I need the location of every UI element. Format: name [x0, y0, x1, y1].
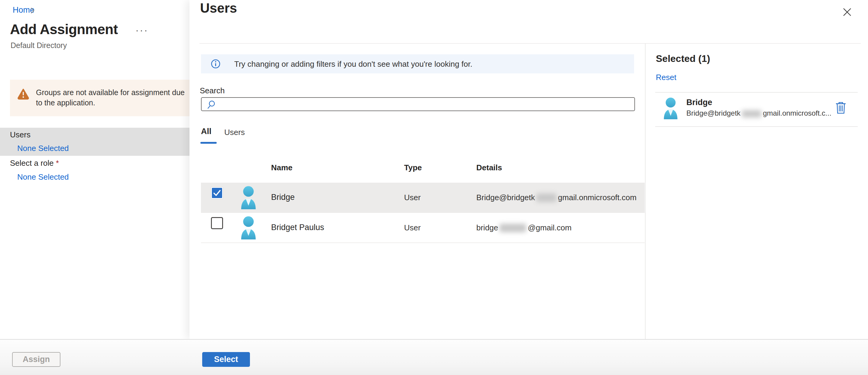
column-header-name: Name	[271, 163, 292, 172]
warning-triangle-icon	[17, 89, 29, 101]
email-prefix: Bridge@bridgetk	[476, 193, 535, 202]
select-button[interactable]: Select	[202, 352, 250, 367]
row-details: Bridge@bridgetkgmail.onmicrosoft.com	[476, 193, 637, 202]
user-avatar-icon	[239, 215, 258, 241]
trash-icon[interactable]	[835, 101, 846, 115]
page-subtitle: Default Directory	[10, 41, 67, 50]
tab-all[interactable]: All	[201, 127, 212, 136]
row-details: bridge@gmail.com	[476, 223, 571, 233]
nav-users-value-link[interactable]: None Selected	[17, 144, 69, 153]
assign-button[interactable]: Assign	[12, 352, 60, 367]
search-box[interactable]	[201, 97, 635, 111]
nav-role-value-link[interactable]: None Selected	[17, 172, 69, 182]
active-tab-underline	[200, 142, 217, 144]
info-banner-text: Try changing or adding filters if you do…	[234, 60, 472, 69]
warning-text: Groups are not available for assignment …	[36, 87, 189, 108]
warning-banner: Groups are not available for assignment …	[10, 80, 189, 116]
nav-role-label: Select a role *	[10, 159, 59, 168]
reset-link[interactable]: Reset	[656, 73, 676, 82]
email-prefix: bridge	[476, 223, 498, 232]
search-input[interactable]	[218, 98, 632, 110]
panel-vertical-divider	[645, 43, 646, 339]
divider	[655, 92, 858, 93]
table-row[interactable]: Bridge User Bridge@bridgetkgmail.onmicro…	[201, 183, 645, 213]
info-banner: Try changing or adding filters if you do…	[201, 54, 634, 73]
email-prefix: Bridge@bridgetk	[686, 109, 740, 117]
close-icon[interactable]	[842, 7, 854, 19]
user-avatar-icon	[239, 185, 258, 210]
nav-users-label: Users	[10, 130, 31, 139]
nav-item-users[interactable]: Users None Selected	[0, 128, 189, 156]
users-picker-panel: Users Try changing or adding filters if …	[189, 0, 868, 339]
table-row[interactable]: Bridget Paulus User bridge@gmail.com	[201, 213, 645, 243]
nav-role-label-text: Select a role	[10, 159, 56, 168]
left-page: Home Add Assignment ··· Default Director…	[0, 0, 189, 339]
page-title: Add Assignment	[10, 21, 118, 37]
redacted-blur	[742, 110, 761, 117]
header-divider	[199, 43, 861, 44]
panel-title: Users	[200, 1, 237, 16]
email-suffix: gmail.onmicrosoft.c...	[763, 109, 831, 117]
row-name: Bridge	[271, 193, 295, 202]
user-avatar-icon	[662, 97, 679, 121]
required-asterisk: *	[56, 159, 59, 168]
breadcrumb-chevron-icon	[30, 7, 35, 16]
redacted-blur	[536, 194, 556, 202]
search-label: Search	[200, 86, 224, 95]
column-header-type: Type	[404, 163, 422, 172]
selected-item-email: Bridge@bridgetkgmail.onmicrosoft.c...	[686, 109, 831, 117]
row-type: User	[404, 193, 421, 202]
ellipsis-icon[interactable]: ···	[135, 24, 148, 36]
selected-count-title: Selected (1)	[656, 53, 710, 64]
divider	[655, 126, 858, 127]
redacted-blur	[500, 224, 526, 232]
tab-users[interactable]: Users	[224, 128, 245, 137]
row-type: User	[404, 223, 421, 233]
column-header-details: Details	[476, 163, 502, 172]
info-icon	[211, 59, 221, 70]
email-suffix: gmail.onmicrosoft.com	[558, 193, 637, 202]
selected-item-name: Bridge	[686, 98, 712, 107]
checkbox-checked-icon[interactable]	[211, 187, 223, 199]
search-icon	[207, 100, 216, 111]
email-suffix: @gmail.com	[528, 223, 571, 232]
checkbox-unchecked-icon[interactable]	[211, 217, 223, 229]
footer-bar: Assign Select	[0, 339, 868, 375]
row-name: Bridget Paulus	[271, 223, 324, 232]
